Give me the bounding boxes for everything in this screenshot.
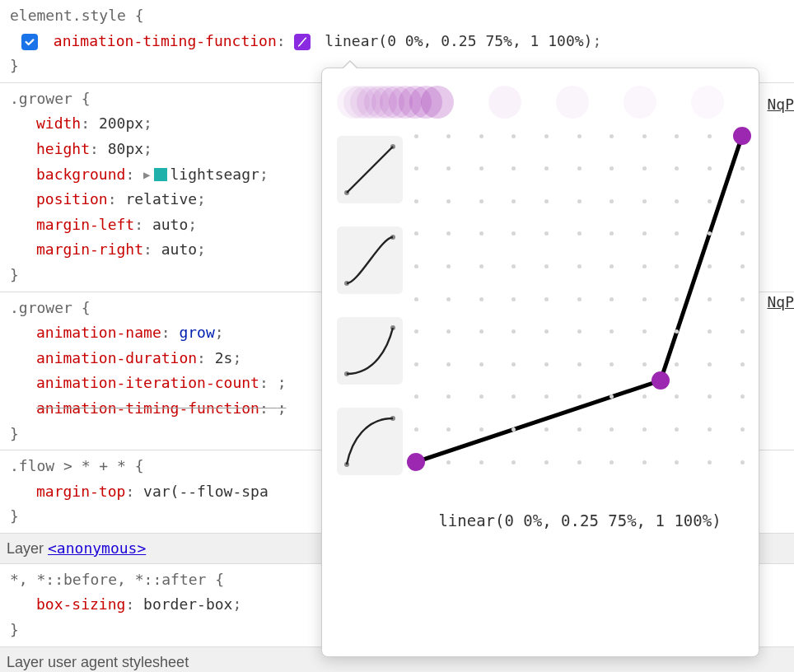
- grid-dot: [642, 166, 647, 170]
- grid-dot: [446, 362, 451, 366]
- grid-dot: [675, 297, 679, 301]
- grid-dot: [577, 166, 581, 170]
- grid-dot: [414, 427, 418, 432]
- grid-dot: [740, 297, 745, 301]
- property-name[interactable]: animation-iteration-count: [36, 374, 259, 391]
- grid-dot: [675, 134, 679, 138]
- grid-dot: [544, 166, 549, 170]
- property-name[interactable]: position: [36, 190, 108, 208]
- grid-dot: [544, 329, 549, 334]
- grid-dot: [708, 362, 712, 366]
- curve-handle[interactable]: [733, 127, 751, 145]
- grid-dot: [577, 394, 581, 399]
- source-link[interactable]: NqP: [767, 92, 794, 118]
- grid-dot: [577, 427, 581, 432]
- property-value[interactable]: linear(0 0%, 0.25 75%, 1 100%): [325, 32, 592, 49]
- grid-dot: [610, 362, 614, 366]
- grid-dot: [708, 199, 712, 203]
- grid-dot: [642, 297, 647, 301]
- grid-dot: [577, 297, 581, 301]
- preview-dot: [488, 86, 521, 119]
- easing-value-text: linear(0 0%, 0.25 75%, 1 100%): [416, 511, 744, 530]
- grid-dot: [740, 362, 745, 366]
- declaration[interactable]: animation-timing-function: linear(0 0%, …: [10, 29, 787, 54]
- color-swatch-icon[interactable]: [154, 168, 167, 181]
- property-name[interactable]: width: [36, 114, 81, 132]
- property-name[interactable]: margin-left: [36, 216, 134, 233]
- grid-dot: [479, 134, 483, 138]
- property-value[interactable]: auto: [152, 216, 188, 233]
- expand-icon[interactable]: ▶: [143, 166, 150, 185]
- grid-dot: [511, 134, 516, 138]
- selector[interactable]: .flow > * + *: [10, 457, 126, 474]
- grid-dot: [708, 329, 712, 334]
- grid-dot: [708, 134, 712, 138]
- preset-linear[interactable]: [337, 136, 403, 203]
- grid-dot: [414, 134, 418, 138]
- grid-dot: [544, 460, 549, 464]
- curve-handle[interactable]: [407, 453, 425, 471]
- property-name[interactable]: animation-name: [36, 324, 161, 341]
- grid-dot: [414, 231, 418, 236]
- grid-dot: [675, 460, 679, 464]
- easing-preview-track: [337, 83, 744, 121]
- grid-dot: [577, 362, 581, 366]
- selector[interactable]: .grower: [10, 90, 72, 107]
- preset-ease-out[interactable]: [337, 408, 403, 475]
- grid-dot: [446, 134, 451, 138]
- property-value[interactable]: 80px: [108, 140, 143, 157]
- grid-dot: [414, 394, 418, 399]
- property-name[interactable]: height: [36, 140, 90, 157]
- grid-dot: [610, 460, 614, 464]
- selector[interactable]: .grower: [10, 299, 72, 316]
- enable-declaration-checkbox[interactable]: [21, 34, 38, 50]
- grid-dot: [708, 460, 712, 464]
- preset-ease-in-out[interactable]: [337, 226, 403, 294]
- grid-dot: [708, 427, 712, 432]
- preset-ease-in[interactable]: [337, 317, 403, 385]
- grid-dot: [610, 264, 614, 268]
- grid-dot: [642, 362, 647, 366]
- grid-dot: [544, 297, 549, 301]
- grid-dot: [577, 231, 581, 236]
- selector[interactable]: *, *::before, *::after: [10, 571, 206, 588]
- layer-link[interactable]: <anonymous>: [48, 539, 146, 557]
- property-name[interactable]: background: [36, 166, 125, 183]
- property-value[interactable]: relative: [125, 190, 197, 208]
- grid-dot: [446, 264, 451, 268]
- property-value[interactable]: auto: [161, 240, 197, 258]
- grid-dot: [642, 134, 647, 138]
- property-value[interactable]: border-box: [143, 595, 232, 613]
- grid-dot: [414, 297, 418, 301]
- property-value[interactable]: lightseagr: [170, 166, 259, 183]
- grid-dot: [642, 460, 647, 464]
- grid-dot: [610, 134, 614, 138]
- source-link[interactable]: NqP: [767, 290, 794, 315]
- grid-dot: [708, 166, 712, 170]
- easing-swatch-icon[interactable]: [294, 34, 311, 50]
- property-name[interactable]: box-sizing: [36, 595, 125, 613]
- selector[interactable]: element.style: [10, 7, 126, 24]
- grid-dot: [414, 199, 418, 203]
- property-value[interactable]: var(--flow-spa: [143, 483, 269, 500]
- property-name[interactable]: animation-timing-function: [36, 399, 259, 417]
- property-value[interactable]: grow: [179, 324, 214, 341]
- grid-dot: [740, 166, 745, 170]
- grid-dot: [577, 134, 581, 138]
- property-name[interactable]: animation-duration: [36, 349, 197, 366]
- grid-dot: [479, 297, 483, 301]
- property-name[interactable]: animation-timing-function: [54, 32, 277, 49]
- property-value[interactable]: 200px: [99, 114, 143, 132]
- grid-dot: [446, 427, 451, 432]
- grid-dot: [610, 297, 614, 301]
- grid-dot: [479, 199, 483, 203]
- grid-dot: [740, 264, 745, 268]
- grid-dot: [544, 199, 549, 203]
- curve-handle[interactable]: [652, 371, 670, 390]
- property-name[interactable]: margin-right: [36, 240, 143, 258]
- curve-editor[interactable]: linear(0 0%, 0.25 75%, 1 100%): [416, 136, 744, 530]
- grid-dot: [610, 199, 614, 203]
- property-value[interactable]: 2s: [215, 349, 233, 366]
- property-name[interactable]: margin-top: [36, 483, 125, 500]
- grid-dot: [708, 264, 712, 268]
